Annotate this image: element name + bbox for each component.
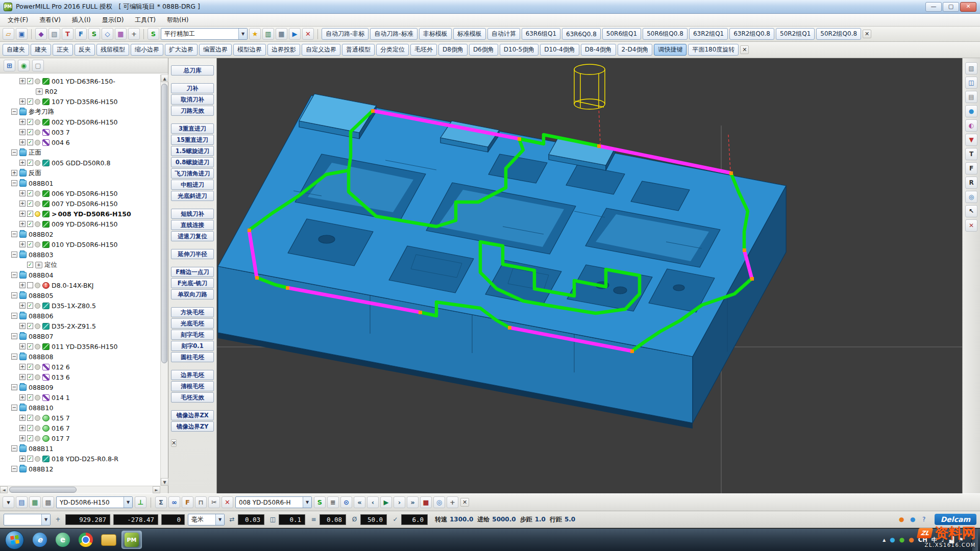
expander-icon[interactable]: − <box>11 292 17 298</box>
active-tool-icon[interactable]: ⊥ <box>135 496 146 508</box>
expander-icon[interactable]: − <box>11 272 17 278</box>
checkbox-icon[interactable]: ✓ <box>27 119 33 125</box>
toolbar2-button-21[interactable]: 平面180度旋转 <box>688 44 739 56</box>
checkbox-icon[interactable]: ✓ <box>27 129 33 135</box>
tree-item-4[interactable]: +✓002 YD-D50R6-H150 <box>0 117 160 127</box>
tree-item-30[interactable]: −088B09 <box>0 382 160 392</box>
tree-item-29[interactable]: +✓013 6 <box>0 372 160 382</box>
macro-button-2-6[interactable]: 光底斜进刀 <box>171 191 214 201</box>
block-icon[interactable]: ▧ <box>48 28 60 40</box>
checkbox-icon[interactable]: ✓ <box>27 303 33 309</box>
checkbox-icon[interactable]: ✓ <box>27 78 33 84</box>
wireframe-view-icon[interactable]: ▤ <box>965 91 977 103</box>
auto-macro-button-0[interactable]: 自动刀路-非标 <box>322 28 369 40</box>
rainbow-view-icon[interactable]: ◐ <box>965 119 977 132</box>
expander-icon[interactable]: + <box>19 201 26 207</box>
sim-play-icon[interactable]: ▶ <box>380 496 392 508</box>
auto-macro-button-2[interactable]: 非标模板 <box>419 28 452 40</box>
checkbox-icon[interactable]: ✓ <box>27 343 33 349</box>
origin-icon[interactable]: + <box>447 496 458 508</box>
macro-button-7-2[interactable]: 毛坯无效 <box>171 392 214 403</box>
strategy2-icon[interactable]: S <box>314 496 326 508</box>
feeds-icon[interactable]: F <box>75 28 87 40</box>
tree-item-10[interactable]: −088B01 <box>0 178 160 188</box>
collision-check-icon[interactable]: ✕ <box>302 28 314 40</box>
macro-button-2-5[interactable]: 中粗进刀 <box>171 180 214 190</box>
menu-item-1[interactable]: 查看(V) <box>34 14 66 26</box>
wizard-icon[interactable]: ★ <box>249 28 261 40</box>
auto-macro-button-6[interactable]: 63R6Q0.8 <box>562 28 601 40</box>
connect-icon[interactable]: ● <box>909 515 917 524</box>
minimize-button[interactable]: — <box>925 2 942 12</box>
expander-icon[interactable]: + <box>19 78 26 84</box>
bulb-icon[interactable] <box>35 425 40 431</box>
scroll-down-icon[interactable]: ▼ <box>161 478 168 486</box>
auto-macro-button-9[interactable]: 63R2组Q1 <box>689 28 728 40</box>
tree-item-22[interactable]: +✓D35-1X-Z80.5 <box>0 300 160 311</box>
close-right-toolbar-icon[interactable]: ✕ <box>965 219 977 232</box>
bulb-icon[interactable] <box>35 211 40 217</box>
macro-button-6-3[interactable]: 刻字0.1 <box>171 341 214 351</box>
macro-button-0-0[interactable]: 总刀库 <box>171 65 214 76</box>
tree-item-35[interactable]: +✓017 7 <box>0 433 160 443</box>
bulb-icon[interactable] <box>35 99 40 105</box>
expander-icon[interactable]: + <box>19 415 26 421</box>
expander-icon[interactable]: − <box>11 252 17 258</box>
auto-macro-button-8[interactable]: 50R6组Q0.8 <box>643 28 688 40</box>
expander-icon[interactable]: + <box>19 98 26 105</box>
tree-item-21[interactable]: −088B05 <box>0 290 160 300</box>
toolbar2-button-12[interactable]: 分类定位 <box>376 44 409 56</box>
toolbar2-button-0[interactable]: 自建夹 <box>3 44 29 56</box>
toolbar2-button-4[interactable]: 残留模型 <box>96 44 129 56</box>
expander-icon[interactable]: − <box>11 180 17 186</box>
expander-icon[interactable]: + <box>19 241 26 247</box>
auto-macro-button-5[interactable]: 63R6组Q1 <box>522 28 560 40</box>
tree-item-36[interactable]: −088B11 <box>0 443 160 454</box>
tree-item-7[interactable]: −正面 <box>0 147 160 158</box>
macro-button-2-1[interactable]: 15重直进刀 <box>171 135 214 145</box>
iso-view-icon[interactable]: ◫ <box>965 77 977 89</box>
sim-ff-icon[interactable]: » <box>407 496 419 508</box>
bulb-icon[interactable] <box>35 130 40 135</box>
checkbox-icon[interactable]: ✓ <box>27 201 33 207</box>
levels-icon[interactable]: ▤ <box>16 496 28 508</box>
checkbox-icon[interactable]: ✓ <box>27 262 33 268</box>
filter-icon[interactable]: ▢ <box>32 60 44 71</box>
expander-icon[interactable]: + <box>19 394 26 400</box>
bulb-icon[interactable] <box>35 364 40 370</box>
toolbar2-button-19[interactable]: 2-D4倒角 <box>618 44 653 56</box>
menu-item-2[interactable]: 插入(I) <box>66 14 96 26</box>
expander-icon[interactable]: + <box>19 211 26 217</box>
tree-item-38[interactable]: −088B12 <box>0 464 160 474</box>
bulb-icon[interactable] <box>35 415 40 421</box>
expander-icon[interactable]: + <box>19 374 26 380</box>
tree-item-13[interactable]: +✓>008 YD-D50R6-H150 <box>0 209 160 219</box>
tree-item-3[interactable]: −参考刀路 <box>0 107 160 117</box>
recalc-icon[interactable]: ⊙ <box>340 496 352 508</box>
checkbox-icon[interactable]: ✓ <box>27 221 33 227</box>
vertical-scrollbar[interactable]: ▲ ▼ <box>160 74 168 486</box>
maximize-button[interactable]: ▢ <box>943 2 959 12</box>
batch-icon[interactable]: ≡ <box>327 496 339 508</box>
checkbox-icon[interactable]: ✓ <box>27 456 33 462</box>
expander-icon[interactable]: − <box>11 333 17 339</box>
bulb-icon[interactable] <box>35 456 40 462</box>
expander-icon[interactable]: + <box>19 221 26 227</box>
menu-item-4[interactable]: 工具(T) <box>129 14 161 26</box>
tree-view-icon[interactable]: ⊞ <box>4 60 15 71</box>
checkbox-icon[interactable]: ✓ <box>27 425 33 431</box>
expander-icon[interactable]: − <box>11 384 17 390</box>
tree-item-25[interactable]: −088B07 <box>0 331 160 341</box>
bulb-icon[interactable] <box>35 374 40 380</box>
menu-item-3[interactable]: 显示(D) <box>96 14 130 26</box>
toolbar2-button-8[interactable]: 模型边界 <box>233 44 266 56</box>
expander-icon[interactable]: + <box>19 364 26 370</box>
tree-item-20[interactable]: +!D8.0-14X-BKJ <box>0 280 160 290</box>
close-macro-panel-icon[interactable]: ✕ <box>171 439 177 447</box>
toolbar2-button-17[interactable]: D10-4倒角 <box>540 44 579 56</box>
tree-item-11[interactable]: +✓006 YD-D50R6-H150 <box>0 188 160 198</box>
tree-item-9[interactable]: +反面 <box>0 168 160 178</box>
models-icon[interactable]: ◆ <box>35 28 47 40</box>
chevron-down-icon[interactable]: ▼ <box>124 497 132 508</box>
macro-button-3-1[interactable]: 直线连接 <box>171 220 214 230</box>
